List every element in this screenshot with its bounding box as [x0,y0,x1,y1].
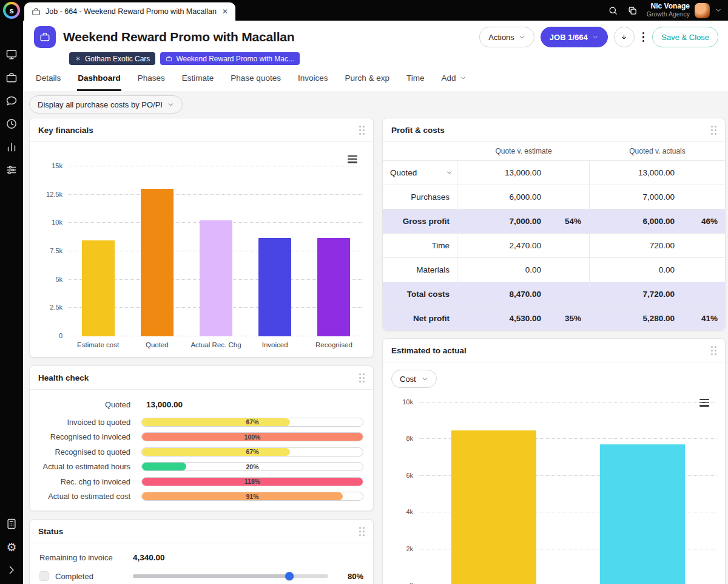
health-bar-track: 67% [141,418,363,427]
bar-slot [69,166,127,336]
close-icon[interactable]: ✕ [222,7,228,16]
tab-dashboard[interactable]: Dashboard [77,72,121,91]
reports-icon [5,141,18,153]
tab-purch-exp[interactable]: Purch & exp [344,72,390,91]
quoted-select[interactable]: Quoted [390,168,453,177]
bars [69,166,363,336]
clock-nav[interactable] [0,112,23,135]
briefcase-icon [166,55,172,62]
pct-cell [682,258,725,282]
tab-time[interactable]: Time [406,72,425,91]
y-tick-label: 7.5k [50,247,62,254]
app-logo[interactable]: s [3,2,20,19]
save-close-button[interactable]: Save & Close [652,27,718,47]
remaining-row: Remaining to invoice 4,340.00 [39,549,363,565]
pct-cell [548,258,590,282]
y-tick-label: 10k [52,219,62,226]
display-costs-dropdown[interactable]: Display all purchase costs by PO/PI [29,95,183,114]
pct-cell [548,234,590,257]
chevron-down-icon[interactable] [715,7,722,14]
health-metric-label: Invoiced to quoted [39,418,136,427]
chevron-down-icon [446,169,453,176]
actions-button[interactable]: Actions [479,27,534,47]
chart-toolbar: Cost [383,362,725,389]
chat-nav[interactable] [0,89,23,112]
row-label-cell: Total costs [383,282,457,306]
category-label: Actual Rec. Chg [186,341,245,348]
status-card: Status Remaining to invoice 4,340.00 [29,519,374,584]
tag-gotham-exotic-cars[interactable]: Gotham Exotic Cars [69,52,155,65]
tag-weekend-reward-promo-with-mac[interactable]: Weekend Reward Promo with Mac... [160,52,300,65]
tab-phase-quotes[interactable]: Phase quotes [230,72,281,91]
tab-phases[interactable]: Phases [137,72,166,91]
calculator-nav[interactable] [0,512,23,535]
health-metric-label: Actual to estimated hours [39,462,136,471]
drag-handle-icon[interactable] [711,126,716,135]
row-label-cell: Materials [383,258,457,282]
checkbox-completed[interactable]: Completed [39,571,128,581]
status-body: Remaining to invoice 4,340.00 Completed [30,543,373,584]
slider-handle[interactable] [285,572,294,580]
drag-handle-icon[interactable] [359,373,365,382]
invoice-progress-slider[interactable] [133,574,328,578]
drag-handle-icon[interactable] [359,527,365,536]
chart-menu-icon[interactable] [348,155,357,163]
filters-nav[interactable] [0,158,23,182]
checkbox-box[interactable] [39,571,49,581]
screens-nav[interactable] [0,43,23,66]
health-bar-pct: 67% [142,418,363,426]
quoted-row: Quoted 13,000.00 [39,397,363,412]
user-menu[interactable]: Nic Vonage Growth Agency [647,2,722,18]
remaining-value: 4,340.00 [133,553,165,562]
chevron-down-icon [592,34,599,41]
actions-label: Actions [488,33,514,42]
column-header: Quoted v. actuals [590,147,725,155]
profit-row-purchases: Purchases6,000.007,000.00 [383,185,725,209]
jobs-nav[interactable] [0,66,23,89]
column-header: Quote v. estimate [457,147,590,155]
pct-cell: 46% [682,209,725,233]
job-number-button[interactable]: JOB 1/664 [541,27,608,47]
pct-cell [682,185,725,209]
window-tab-title: Job - 664 - Weekend Reward Promo with Ma… [46,7,217,16]
reports-nav[interactable] [0,135,23,158]
download-button[interactable] [614,27,635,47]
download-icon [619,33,629,42]
search-icon[interactable] [608,5,618,16]
filters-icon [5,164,18,176]
row-label-cell: Quoted [383,161,457,185]
settings-nav[interactable]: ⚙ [0,535,23,559]
value-cell: 0.00 [457,258,548,282]
tab-details[interactable]: Details [35,72,61,91]
health-metric-label: Rec. chg to invoiced [39,477,136,486]
category-label: Recognised [305,341,363,348]
y-tick-label: 5k [55,276,62,283]
tab-label: Phases [138,73,165,83]
avatar[interactable] [695,3,710,18]
tab-estimate[interactable]: Estimate [181,72,215,91]
pct-cell: 35% [548,307,590,330]
health-metric-label: Recognised to invoiced [39,432,136,441]
health-bar-pct: 118% [142,478,363,486]
bar-actual-cost [600,444,685,584]
profit-costs-card: Profit & costs Quote v. estimate Quoted … [382,118,726,331]
health-check-body: Quoted 13,000.00 Invoiced to quoted67%Re… [30,390,373,511]
card-header: Estimated to actual [383,339,725,362]
tab-add[interactable]: Add [440,72,467,91]
drag-handle-icon[interactable] [359,126,365,135]
window-tab[interactable]: Job - 664 - Weekend Reward Promo with Ma… [24,2,235,21]
tab-invoices[interactable]: Invoices [297,72,329,91]
title-row: Weekend Reward Promo with Macallan Actio… [34,24,718,50]
health-bar-track: 20% [141,462,363,471]
pct-cell: 41% [682,307,725,330]
user-org: Growth Agency [647,11,690,18]
more-options-icon[interactable] [641,32,647,42]
health-row-actual-to-estimated-cost: Actual to estimated cost91% [39,492,363,501]
card-title: Estimated to actual [391,346,467,355]
row-label-cell: Purchases [383,185,457,209]
tabs-icon[interactable] [627,5,638,16]
metric-select[interactable]: Cost [391,370,437,388]
expand-nav[interactable] [0,559,23,582]
pct-cell [548,185,590,209]
drag-handle-icon[interactable] [711,346,716,355]
